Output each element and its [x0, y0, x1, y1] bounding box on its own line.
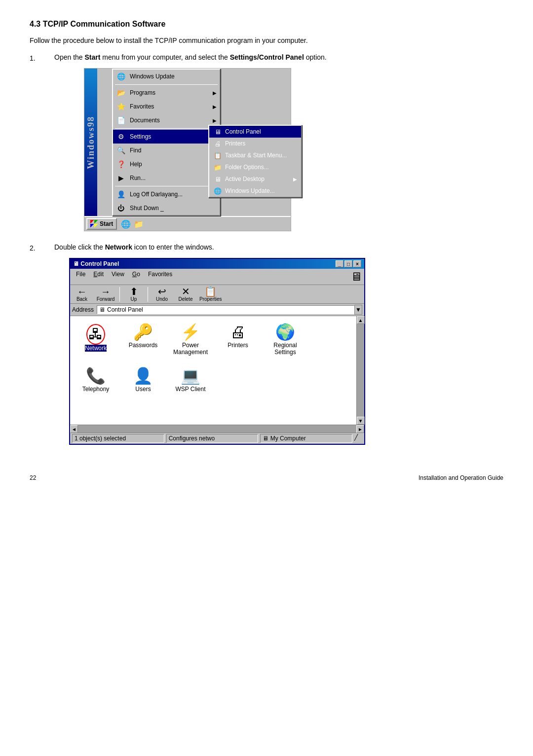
- delete-button[interactable]: ✕ Delete: [176, 287, 195, 302]
- maximize-button[interactable]: □: [344, 260, 352, 267]
- step-2-content: Double click the Network icon to enter t…: [54, 243, 503, 445]
- telephony-graphic: 📞: [86, 368, 106, 384]
- documents-arrow: ▶: [213, 118, 217, 123]
- programs-arrow: ▶: [213, 90, 217, 96]
- menu-view[interactable]: View: [108, 270, 128, 284]
- cp-content-area: 🖧 Network 🔑 Passwords ⚡ PowerManagement …: [70, 316, 364, 425]
- submenu-control-panel[interactable]: 🖥 Control Panel: [209, 126, 301, 138]
- address-field[interactable]: 🖥 Control Panel: [97, 305, 354, 314]
- cp-icon-power[interactable]: ⚡ PowerManagement: [171, 322, 210, 358]
- passwords-icon-label: Passwords: [129, 342, 158, 349]
- menu-item-windows-update[interactable]: 🌐 Windows Update: [113, 70, 220, 83]
- cp-icon-passwords[interactable]: 🔑 Passwords: [123, 322, 163, 358]
- forward-icon: →: [101, 287, 111, 296]
- shutdown-label: Shut Down _: [130, 205, 164, 212]
- printers-graphic: 🖨: [230, 324, 246, 340]
- cp-icon-wsp[interactable]: 💻 WSP Client: [171, 366, 210, 395]
- minimize-button[interactable]: _: [336, 260, 343, 267]
- cp-statusbar: 1 object(s) selected Configures netwo 🖥 …: [70, 432, 364, 444]
- cp-icon-telephony[interactable]: 📞 Telephony: [76, 366, 115, 395]
- up-button[interactable]: ⬆ Up: [124, 287, 144, 302]
- start-button[interactable]: Start: [86, 218, 117, 230]
- settings-bold: Settings/Control Panel: [230, 53, 304, 61]
- logoff-icon: 👤: [116, 189, 126, 199]
- menu-favorites[interactable]: Favorites: [144, 270, 176, 284]
- cp-icon-printers[interactable]: 🖨 Printers: [218, 322, 258, 358]
- properties-icon: 📋: [204, 287, 217, 296]
- address-dropdown[interactable]: ▼: [354, 305, 362, 315]
- status-description: Configures netwo: [166, 434, 259, 443]
- regional-graphic: 🌍: [275, 324, 295, 340]
- scrollbar-vertical[interactable]: ▲ ▼: [356, 316, 364, 425]
- separator-1: [115, 84, 218, 85]
- active-desktop-label: Active Desktop: [225, 176, 265, 182]
- close-button[interactable]: ×: [353, 260, 361, 267]
- forward-button[interactable]: → Forward: [96, 287, 115, 302]
- undo-button[interactable]: ↩ Undo: [152, 287, 172, 302]
- status-computer: 🖥 My Computer: [260, 434, 352, 443]
- submenu-folder-options[interactable]: 📁 Folder Options...: [209, 161, 301, 173]
- win98-screenshot: Windows98 🌐 Windows Update 📂 Programs: [84, 68, 291, 231]
- control-panel-window: 🖥 Control Panel _ □ × File Edit View Go …: [69, 258, 365, 445]
- settings-icon: ⚙: [116, 132, 126, 142]
- cp-icon-users[interactable]: 👤 Users: [123, 366, 163, 395]
- taskbar-sm-label: Taskbar & Start Menu...: [225, 152, 287, 159]
- properties-button[interactable]: 📋 Properties: [199, 287, 222, 302]
- scroll-track: [357, 324, 364, 417]
- separator-3: [115, 186, 218, 186]
- menu-go[interactable]: Go: [128, 270, 144, 284]
- up-label: Up: [131, 296, 137, 302]
- undo-label: Undo: [156, 296, 168, 302]
- menu-item-logoff[interactable]: 👤 Log Off Darlayang...: [113, 187, 220, 201]
- cp-icon-network[interactable]: 🖧 Network: [76, 322, 115, 358]
- cp-toolbar: ← Back → Forward ⬆ Up ↩ Undo ✕: [70, 285, 364, 304]
- power-icon-label: PowerManagement: [173, 342, 208, 356]
- network-graphic: 🖧: [88, 326, 103, 343]
- find-label: Find: [130, 147, 141, 154]
- guide-title: Installation and Operation Guide: [419, 474, 503, 481]
- menu-item-settings[interactable]: ⚙ Settings ▶ 🖥 Control Panel 🖨: [113, 130, 220, 144]
- taskbar-icon-1: 🌐: [121, 219, 131, 229]
- scroll-left-arrow[interactable]: ◄: [70, 425, 78, 433]
- delete-icon: ✕: [182, 287, 190, 296]
- scroll-h-track: [78, 425, 356, 432]
- menu-file[interactable]: File: [72, 270, 89, 284]
- scroll-down-arrow[interactable]: ▼: [357, 417, 365, 425]
- menu-item-shutdown[interactable]: ⏻ Shut Down _: [113, 201, 220, 215]
- scroll-right-arrow[interactable]: ►: [356, 425, 364, 433]
- back-icon: ←: [77, 287, 87, 296]
- menu-item-help[interactable]: ❓ Help: [113, 157, 220, 171]
- page-number: 22: [30, 474, 36, 481]
- printers-icon-label: Printers: [228, 342, 248, 349]
- computer-label: My Computer: [270, 435, 306, 442]
- cp-title-area: 🖥 Control Panel: [73, 260, 119, 267]
- menu-item-documents[interactable]: 📄 Documents ▶: [113, 113, 220, 127]
- menu-item-programs[interactable]: 📂 Programs ▶: [113, 86, 220, 100]
- wsp-graphic: 💻: [181, 368, 200, 384]
- submenu-windows-update[interactable]: 🌐 Windows Update...: [209, 185, 301, 197]
- folder-options-icon: 📁: [213, 163, 222, 172]
- cp-window-controls: _ □ ×: [336, 260, 361, 267]
- windows-logo-icon: [90, 220, 98, 228]
- menu-item-run[interactable]: ▶ Run...: [113, 171, 220, 185]
- taskbar: Start 🌐 📁: [84, 216, 291, 231]
- cp-icon-regional[interactable]: 🌍 RegionalSettings: [266, 322, 305, 358]
- menu-item-favorites[interactable]: ⭐ Favorites ▶: [113, 100, 220, 113]
- status-selection: 1 object(s) selected: [72, 434, 164, 443]
- section-number: 4.3: [30, 20, 40, 28]
- back-button[interactable]: ← Back: [72, 287, 92, 302]
- start-button-label: Start: [100, 220, 113, 227]
- network-icon-label: Network: [85, 345, 107, 352]
- menu-edit[interactable]: Edit: [89, 270, 108, 284]
- back-label: Back: [76, 296, 87, 302]
- submenu-printers[interactable]: 🖨 Printers: [209, 138, 301, 149]
- menu-item-find[interactable]: 🔍 Find ▶: [113, 144, 220, 157]
- submenu-active-desktop[interactable]: 🖥 Active Desktop ▶: [209, 173, 301, 185]
- toolbar-separator-1: [119, 287, 120, 302]
- step-1-number: 1.: [30, 53, 54, 62]
- users-icon-label: Users: [135, 386, 151, 393]
- windows-update-label: Windows Update: [130, 73, 175, 80]
- submenu-taskbar[interactable]: 📋 Taskbar & Start Menu...: [209, 149, 301, 161]
- undo-icon: ↩: [158, 287, 166, 296]
- scroll-up-arrow[interactable]: ▲: [357, 316, 365, 324]
